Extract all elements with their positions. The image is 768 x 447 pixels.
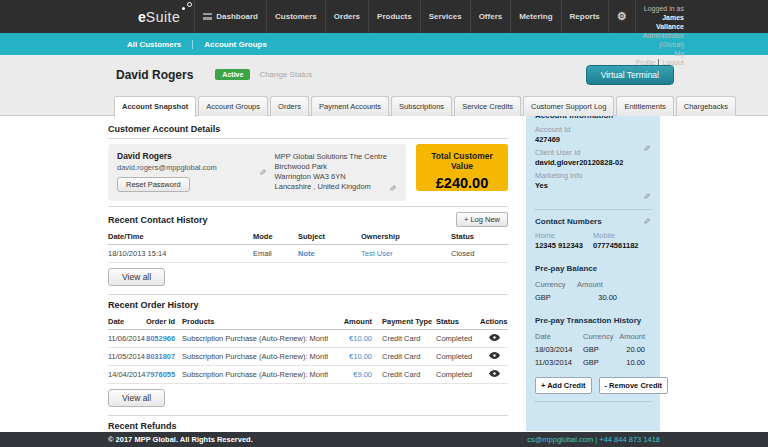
order-amount-link[interactable]: €9.00 (353, 370, 372, 379)
order-id-link[interactable]: 8052966 (146, 334, 175, 343)
footer-bar: © 2017 MPP Global. All Rights Reserved. … (0, 432, 768, 447)
col-header: Products (182, 314, 328, 330)
total-customer-value: £240.00 (420, 175, 504, 191)
address-line: Lancashire , United Kingdom (275, 182, 390, 192)
contact-datetime: 18/10/2013 15:14 (108, 245, 253, 263)
view-all-contacts-button[interactable]: View all (108, 268, 165, 286)
tab-payment-accounts[interactable]: Payment Accounts (311, 96, 389, 116)
col-header: Status (451, 229, 508, 245)
edit-address-icon[interactable]: ✎ (389, 184, 397, 194)
nav-label: Products (377, 12, 412, 21)
tab-subscriptions[interactable]: Subscriptions (391, 96, 452, 116)
change-status-link[interactable]: Change Status (259, 70, 312, 79)
order-products: Subscription Purchase (Auto-Renew): Mont… (182, 330, 328, 348)
total-customer-value-box: Total Customer Value £240.00 (416, 144, 508, 191)
user-name: James Vallance (656, 14, 684, 30)
tab-entitlements[interactable]: Entitlements (616, 96, 673, 116)
section-title-contact-history: Recent Contact History (108, 215, 208, 225)
section-title-refunds: Recent Refunds (108, 421, 508, 431)
nav-label: Dashboard (216, 12, 258, 21)
gear-icon: ⚙ (617, 10, 627, 23)
view-all-orders-button[interactable]: View all (108, 389, 165, 407)
col-header: Subject (298, 229, 361, 245)
sidebar-title-contact-numbers: Contact Numbers (535, 217, 602, 226)
virtual-terminal-button[interactable]: Virtual Terminal (586, 65, 674, 85)
edit-client-user-id-icon[interactable]: ✎ (643, 144, 651, 154)
view-order-icon[interactable] (480, 330, 508, 348)
contact-status: Closed (451, 245, 508, 263)
col-header: Payment Type (382, 314, 436, 330)
page-title: David Rogers (116, 68, 193, 82)
contact-ownership-link[interactable]: Test User (361, 249, 393, 258)
logo-text-bold: e (138, 9, 146, 25)
home-label: Home (535, 231, 593, 240)
nav-metering[interactable]: Metering (510, 0, 560, 33)
logo-text: Suite (146, 9, 180, 25)
contact-subject-link[interactable]: Note (298, 249, 315, 258)
divider (108, 294, 508, 295)
nav-settings[interactable]: ⚙ (608, 0, 636, 33)
nav-products[interactable]: Products (368, 0, 420, 33)
nav-reports[interactable]: Reports (561, 0, 608, 33)
section-title-order-history: Recent Order History (108, 300, 508, 310)
tab-customer-support-log[interactable]: Customer Support Log (523, 96, 614, 116)
order-id-link[interactable]: 8031807 (146, 352, 175, 361)
nav-label: Offers (479, 12, 503, 21)
edit-customer-icon[interactable]: ✎ (259, 168, 267, 178)
remove-credit-button[interactable]: - Remove Credit (599, 377, 669, 394)
tab-account-snapshot[interactable]: Account Snapshot (114, 96, 196, 117)
add-credit-button[interactable]: + Add Credit (535, 377, 592, 394)
col-header: Amount (619, 330, 651, 343)
nav-customers[interactable]: Customers (266, 0, 325, 33)
order-status: Completed (436, 366, 480, 384)
nav-services[interactable]: Services (420, 0, 470, 33)
order-payment-type: Credit Card (382, 366, 436, 384)
edit-marketing-info-icon[interactable]: ✎ (643, 192, 651, 202)
status-badge: Active (215, 69, 250, 80)
address-line: Warrington WA3 6YN (275, 172, 390, 182)
divider (108, 138, 508, 139)
tab-chargebacks[interactable]: Chargebacks (676, 96, 736, 116)
support-contact-link[interactable]: cs@mppglobal.com | +44 844 873 1418 (527, 435, 660, 444)
order-status: Completed (436, 330, 480, 348)
nav-label: Services (429, 12, 462, 21)
account-sidebar: Account Information Account Id 427469 Cl… (526, 116, 660, 431)
reset-password-button[interactable]: Reset Password (117, 177, 190, 192)
section-title-account-details: Customer Account Details (108, 124, 508, 134)
order-status: Completed (436, 348, 480, 366)
view-order-icon[interactable] (480, 348, 508, 366)
tab-orders[interactable]: Orders (270, 96, 309, 116)
nav-label: Customers (275, 12, 317, 21)
nav-offers[interactable]: Offers (470, 0, 511, 33)
order-id-link[interactable]: 7976055 (146, 370, 175, 379)
tab-bar: Account Snapshot Account Groups Orders P… (108, 85, 660, 116)
col-header: Date/Time (108, 229, 253, 245)
edit-contact-numbers-icon[interactable]: ✎ (643, 217, 651, 227)
sidebar-title-account-information: Account Information (535, 116, 651, 120)
txn-date: 18/03/2014 (535, 343, 583, 356)
txn-currency: GBP (583, 343, 619, 356)
tab-service-credits[interactable]: Service Credits (454, 96, 521, 116)
contact-history-table: Date/Time Mode Subject Ownership Status … (108, 229, 508, 263)
subnav-all-customers[interactable]: All Customers (116, 40, 192, 49)
tab-account-groups[interactable]: Account Groups (198, 96, 268, 116)
mobile-label: Mobile (593, 231, 651, 240)
nav-dashboard[interactable]: Dashboard (194, 0, 266, 33)
txn-currency: GBP (583, 356, 619, 369)
col-header: Mode (253, 229, 298, 245)
customer-header-band: David Rogers Active Change Status Virtua… (0, 55, 768, 116)
order-date: 14/04/2014 (108, 366, 146, 384)
col-header: Ownership (361, 229, 451, 245)
mobile-number: 07774561182 (593, 241, 651, 250)
order-amount-link[interactable]: €10.00 (349, 352, 372, 361)
log-new-button[interactable]: + Log New (456, 212, 508, 227)
col-header: Date (535, 330, 583, 343)
order-amount-link[interactable]: €10.00 (349, 334, 372, 343)
nav-orders[interactable]: Orders (325, 0, 368, 33)
txn-amount: 20.00 (619, 343, 651, 356)
esuite-logo[interactable]: eSuite (108, 0, 194, 33)
subnav-account-groups[interactable]: Account Groups (192, 40, 278, 49)
col-header: Order Id (146, 314, 182, 330)
view-order-icon[interactable] (480, 366, 508, 384)
account-id-label: Account Id (535, 125, 651, 134)
